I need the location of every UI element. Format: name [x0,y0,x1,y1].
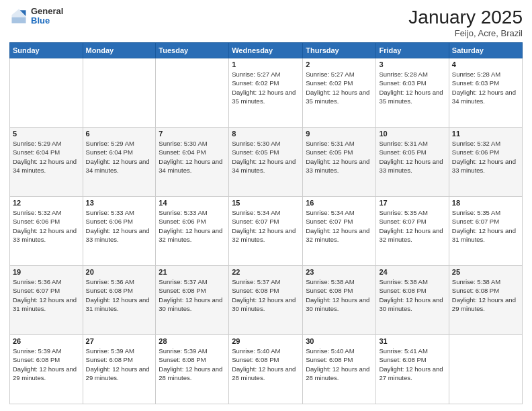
day-number: 4 [452,60,519,68]
day-number: 14 [159,199,226,207]
table-cell: 15Sunrise: 5:34 AMSunset: 6:07 PMDayligh… [229,197,303,266]
table-cell: 2Sunrise: 5:27 AMSunset: 6:02 PMDaylight… [303,58,376,128]
day-info: Sunrise: 5:34 AMSunset: 6:07 PMDaylight:… [232,208,300,244]
day-number: 7 [159,130,226,138]
day-info: Sunrise: 5:37 AMSunset: 6:08 PMDaylight:… [232,277,300,313]
table-cell: 13Sunrise: 5:33 AMSunset: 6:06 PMDayligh… [83,197,156,266]
day-info: Sunrise: 5:29 AMSunset: 6:04 PMDaylight:… [86,139,153,175]
calendar: Sunday Monday Tuesday Wednesday Thursday… [9,42,523,404]
day-info: Sunrise: 5:33 AMSunset: 6:06 PMDaylight:… [86,208,153,244]
day-info: Sunrise: 5:37 AMSunset: 6:08 PMDaylight:… [159,277,226,313]
header-friday: Friday [376,43,449,58]
day-number: 25 [452,268,519,276]
day-info: Sunrise: 5:36 AMSunset: 6:08 PMDaylight:… [86,277,153,313]
table-cell [449,335,522,404]
day-info: Sunrise: 5:30 AMSunset: 6:05 PMDaylight:… [232,139,300,175]
table-cell: 8Sunrise: 5:30 AMSunset: 6:05 PMDaylight… [229,128,303,197]
day-number: 15 [232,199,300,207]
week-row-1: 1Sunrise: 5:27 AMSunset: 6:02 PMDaylight… [10,58,523,128]
logo: General Blue [9,7,63,26]
table-cell: 22Sunrise: 5:37 AMSunset: 6:08 PMDayligh… [229,266,303,335]
day-info: Sunrise: 5:39 AMSunset: 6:08 PMDaylight:… [159,347,226,382]
day-number: 28 [159,337,226,345]
day-number: 18 [452,199,519,207]
table-cell: 25Sunrise: 5:38 AMSunset: 6:08 PMDayligh… [449,266,522,335]
day-number: 10 [379,130,445,138]
day-info: Sunrise: 5:33 AMSunset: 6:06 PMDaylight:… [159,208,226,244]
table-cell: 11Sunrise: 5:32 AMSunset: 6:06 PMDayligh… [449,128,522,197]
day-info: Sunrise: 5:35 AMSunset: 6:07 PMDaylight:… [452,208,519,244]
month-title: January 2025 [408,7,523,28]
day-number: 30 [306,337,373,345]
table-cell: 3Sunrise: 5:28 AMSunset: 6:03 PMDaylight… [376,58,449,128]
day-number: 26 [13,337,80,345]
day-info: Sunrise: 5:29 AMSunset: 6:04 PMDaylight:… [13,139,80,175]
day-number: 23 [306,268,373,276]
day-number: 9 [306,130,373,138]
day-info: Sunrise: 5:35 AMSunset: 6:07 PMDaylight:… [379,208,445,244]
header-sunday: Sunday [10,43,83,58]
table-cell: 23Sunrise: 5:38 AMSunset: 6:08 PMDayligh… [303,266,376,335]
table-cell: 5Sunrise: 5:29 AMSunset: 6:04 PMDaylight… [10,128,83,197]
table-cell: 26Sunrise: 5:39 AMSunset: 6:08 PMDayligh… [10,335,83,404]
day-number: 6 [86,130,153,138]
weekday-header-row: Sunday Monday Tuesday Wednesday Thursday… [10,43,523,58]
day-info: Sunrise: 5:28 AMSunset: 6:03 PMDaylight:… [379,70,445,105]
table-cell: 30Sunrise: 5:40 AMSunset: 6:08 PMDayligh… [303,335,376,404]
header-monday: Monday [83,43,156,58]
day-info: Sunrise: 5:38 AMSunset: 6:08 PMDaylight:… [306,277,373,313]
day-info: Sunrise: 5:38 AMSunset: 6:08 PMDaylight:… [379,277,445,313]
day-number: 1 [232,60,300,68]
day-number: 27 [86,337,153,345]
day-number: 8 [232,130,300,138]
table-cell: 4Sunrise: 5:28 AMSunset: 6:03 PMDaylight… [449,58,522,128]
day-info: Sunrise: 5:32 AMSunset: 6:06 PMDaylight:… [13,208,80,244]
day-info: Sunrise: 5:40 AMSunset: 6:08 PMDaylight:… [306,347,373,382]
day-info: Sunrise: 5:28 AMSunset: 6:03 PMDaylight:… [452,70,519,105]
week-row-2: 5Sunrise: 5:29 AMSunset: 6:04 PMDaylight… [10,128,523,197]
table-cell: 18Sunrise: 5:35 AMSunset: 6:07 PMDayligh… [449,197,522,266]
day-info: Sunrise: 5:27 AMSunset: 6:02 PMDaylight:… [306,70,373,105]
table-cell: 24Sunrise: 5:38 AMSunset: 6:08 PMDayligh… [376,266,449,335]
table-cell: 20Sunrise: 5:36 AMSunset: 6:08 PMDayligh… [83,266,156,335]
day-info: Sunrise: 5:34 AMSunset: 6:07 PMDaylight:… [306,208,373,244]
svg-rect-3 [12,17,26,24]
day-info: Sunrise: 5:31 AMSunset: 6:05 PMDaylight:… [379,139,445,175]
table-cell: 31Sunrise: 5:41 AMSunset: 6:08 PMDayligh… [376,335,449,404]
table-cell: 10Sunrise: 5:31 AMSunset: 6:05 PMDayligh… [376,128,449,197]
table-cell [10,58,83,128]
day-number: 20 [86,268,153,276]
logo-general: General [31,7,63,16]
day-number: 12 [13,199,80,207]
day-number: 22 [232,268,300,276]
table-cell [156,58,229,128]
table-cell: 1Sunrise: 5:27 AMSunset: 6:02 PMDaylight… [229,58,303,128]
day-number: 29 [232,337,300,345]
table-cell: 27Sunrise: 5:39 AMSunset: 6:08 PMDayligh… [83,335,156,404]
table-cell: 6Sunrise: 5:29 AMSunset: 6:04 PMDaylight… [83,128,156,197]
table-cell: 7Sunrise: 5:30 AMSunset: 6:04 PMDaylight… [156,128,229,197]
day-number: 31 [379,337,445,345]
table-cell: 12Sunrise: 5:32 AMSunset: 6:06 PMDayligh… [10,197,83,266]
table-cell: 14Sunrise: 5:33 AMSunset: 6:06 PMDayligh… [156,197,229,266]
week-row-4: 19Sunrise: 5:36 AMSunset: 6:07 PMDayligh… [10,266,523,335]
logo-icon [9,7,28,26]
day-info: Sunrise: 5:30 AMSunset: 6:04 PMDaylight:… [159,139,226,175]
title-block: January 2025 Feijo, Acre, Brazil [408,7,523,38]
day-info: Sunrise: 5:41 AMSunset: 6:08 PMDaylight:… [379,347,445,382]
week-row-3: 12Sunrise: 5:32 AMSunset: 6:06 PMDayligh… [10,197,523,266]
location-subtitle: Feijo, Acre, Brazil [408,28,523,38]
table-cell: 21Sunrise: 5:37 AMSunset: 6:08 PMDayligh… [156,266,229,335]
day-number: 13 [86,199,153,207]
table-cell: 28Sunrise: 5:39 AMSunset: 6:08 PMDayligh… [156,335,229,404]
table-cell: 19Sunrise: 5:36 AMSunset: 6:07 PMDayligh… [10,266,83,335]
day-info: Sunrise: 5:27 AMSunset: 6:02 PMDaylight:… [232,70,300,105]
logo-blue: Blue [31,16,63,26]
day-number: 21 [159,268,226,276]
header: General Blue January 2025 Feijo, Acre, B… [9,7,523,38]
day-info: Sunrise: 5:31 AMSunset: 6:05 PMDaylight:… [306,139,373,175]
logo-text: General Blue [31,7,63,26]
day-number: 11 [452,130,519,138]
day-number: 17 [379,199,445,207]
day-number: 5 [13,130,80,138]
